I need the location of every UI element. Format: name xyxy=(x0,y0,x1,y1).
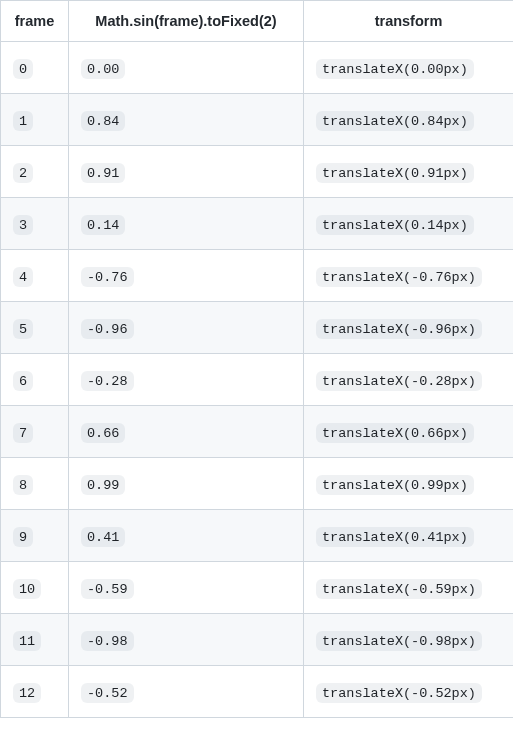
cell-frame: 5 xyxy=(1,302,69,354)
cell-frame: 12 xyxy=(1,666,69,718)
sin-value: 0.00 xyxy=(81,59,125,79)
cell-sin: -0.98 xyxy=(69,614,304,666)
sin-value: 0.84 xyxy=(81,111,125,131)
transform-value: translateX(0.00px) xyxy=(316,59,474,79)
cell-transform: translateX(0.14px) xyxy=(304,198,514,250)
table-row: 11-0.98translateX(-0.98px) xyxy=(1,614,514,666)
frame-value: 4 xyxy=(13,267,33,287)
transform-value: translateX(0.91px) xyxy=(316,163,474,183)
cell-sin: -0.96 xyxy=(69,302,304,354)
table-row: 70.66translateX(0.66px) xyxy=(1,406,514,458)
transform-value: translateX(-0.76px) xyxy=(316,267,482,287)
sin-value: 0.66 xyxy=(81,423,125,443)
cell-frame: 4 xyxy=(1,250,69,302)
transform-value: translateX(-0.98px) xyxy=(316,631,482,651)
sin-value: 0.99 xyxy=(81,475,125,495)
cell-transform: translateX(0.99px) xyxy=(304,458,514,510)
cell-frame: 9 xyxy=(1,510,69,562)
cell-sin: -0.76 xyxy=(69,250,304,302)
cell-sin: -0.52 xyxy=(69,666,304,718)
sin-value: -0.52 xyxy=(81,683,134,703)
sin-value: 0.14 xyxy=(81,215,125,235)
frame-value: 3 xyxy=(13,215,33,235)
transform-value: translateX(0.66px) xyxy=(316,423,474,443)
table-row: 30.14translateX(0.14px) xyxy=(1,198,514,250)
table-row: 10.84translateX(0.84px) xyxy=(1,94,514,146)
frame-value: 12 xyxy=(13,683,41,703)
cell-transform: translateX(0.91px) xyxy=(304,146,514,198)
cell-sin: -0.28 xyxy=(69,354,304,406)
table-row: 10-0.59translateX(-0.59px) xyxy=(1,562,514,614)
transform-value: translateX(-0.52px) xyxy=(316,683,482,703)
table-row: 12-0.52translateX(-0.52px) xyxy=(1,666,514,718)
cell-frame: 6 xyxy=(1,354,69,406)
cell-transform: translateX(-0.98px) xyxy=(304,614,514,666)
cell-sin: 0.14 xyxy=(69,198,304,250)
header-frame: frame xyxy=(1,1,69,42)
data-table: frame Math.sin(frame).toFixed(2) transfo… xyxy=(0,0,513,718)
table-row: 80.99translateX(0.99px) xyxy=(1,458,514,510)
header-transform: transform xyxy=(304,1,514,42)
cell-frame: 0 xyxy=(1,42,69,94)
frame-value: 10 xyxy=(13,579,41,599)
frame-value: 2 xyxy=(13,163,33,183)
table-header: frame Math.sin(frame).toFixed(2) transfo… xyxy=(1,1,514,42)
cell-sin: 0.41 xyxy=(69,510,304,562)
cell-frame: 2 xyxy=(1,146,69,198)
cell-transform: translateX(0.00px) xyxy=(304,42,514,94)
frame-value: 0 xyxy=(13,59,33,79)
sin-value: -0.59 xyxy=(81,579,134,599)
table-row: 20.91translateX(0.91px) xyxy=(1,146,514,198)
sin-value: -0.96 xyxy=(81,319,134,339)
frame-value: 7 xyxy=(13,423,33,443)
sin-value: 0.41 xyxy=(81,527,125,547)
cell-transform: translateX(0.66px) xyxy=(304,406,514,458)
cell-transform: translateX(0.41px) xyxy=(304,510,514,562)
cell-frame: 10 xyxy=(1,562,69,614)
cell-transform: translateX(-0.59px) xyxy=(304,562,514,614)
sin-value: -0.28 xyxy=(81,371,134,391)
table-body: 00.00translateX(0.00px)10.84translateX(0… xyxy=(1,42,514,718)
cell-sin: 0.99 xyxy=(69,458,304,510)
table-row: 6-0.28translateX(-0.28px) xyxy=(1,354,514,406)
transform-value: translateX(0.99px) xyxy=(316,475,474,495)
transform-value: translateX(-0.28px) xyxy=(316,371,482,391)
transform-value: translateX(-0.96px) xyxy=(316,319,482,339)
transform-value: translateX(-0.59px) xyxy=(316,579,482,599)
sin-value: -0.76 xyxy=(81,267,134,287)
frame-value: 1 xyxy=(13,111,33,131)
table-row: 4-0.76translateX(-0.76px) xyxy=(1,250,514,302)
frame-value: 11 xyxy=(13,631,41,651)
cell-transform: translateX(-0.76px) xyxy=(304,250,514,302)
frame-value: 5 xyxy=(13,319,33,339)
transform-value: translateX(0.14px) xyxy=(316,215,474,235)
header-sin: Math.sin(frame).toFixed(2) xyxy=(69,1,304,42)
cell-sin: -0.59 xyxy=(69,562,304,614)
cell-transform: translateX(-0.96px) xyxy=(304,302,514,354)
cell-frame: 3 xyxy=(1,198,69,250)
sin-value: -0.98 xyxy=(81,631,134,651)
transform-value: translateX(0.84px) xyxy=(316,111,474,131)
cell-frame: 11 xyxy=(1,614,69,666)
frame-value: 9 xyxy=(13,527,33,547)
frame-value: 8 xyxy=(13,475,33,495)
table-row: 5-0.96translateX(-0.96px) xyxy=(1,302,514,354)
cell-sin: 0.00 xyxy=(69,42,304,94)
cell-frame: 8 xyxy=(1,458,69,510)
cell-sin: 0.84 xyxy=(69,94,304,146)
cell-transform: translateX(-0.28px) xyxy=(304,354,514,406)
cell-sin: 0.91 xyxy=(69,146,304,198)
table-row: 90.41translateX(0.41px) xyxy=(1,510,514,562)
cell-frame: 7 xyxy=(1,406,69,458)
cell-transform: translateX(-0.52px) xyxy=(304,666,514,718)
cell-transform: translateX(0.84px) xyxy=(304,94,514,146)
cell-sin: 0.66 xyxy=(69,406,304,458)
transform-value: translateX(0.41px) xyxy=(316,527,474,547)
cell-frame: 1 xyxy=(1,94,69,146)
frame-value: 6 xyxy=(13,371,33,391)
sin-value: 0.91 xyxy=(81,163,125,183)
table-header-row: frame Math.sin(frame).toFixed(2) transfo… xyxy=(1,1,514,42)
table-row: 00.00translateX(0.00px) xyxy=(1,42,514,94)
